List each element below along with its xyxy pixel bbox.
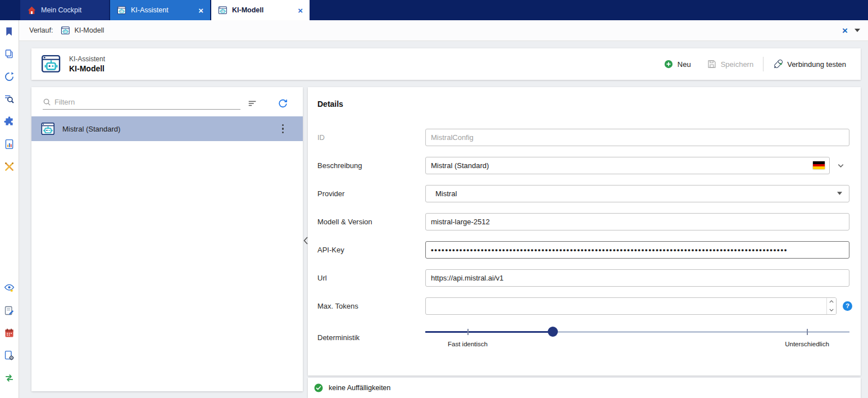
slider-min-label: Fast identisch xyxy=(448,341,488,347)
chevron-down-icon xyxy=(837,161,845,170)
model-list-panel: Mistral (Standard) xyxy=(31,87,303,391)
modell-version-field[interactable] xyxy=(425,213,849,230)
ki-assistent-icon xyxy=(40,121,56,137)
form-row-beschreibung: Beschreibung xyxy=(317,151,849,179)
max-tokens-field[interactable] xyxy=(425,297,837,315)
home-icon xyxy=(27,6,37,15)
spinner-down-icon[interactable] xyxy=(827,306,836,314)
form-row-modell-version: Modell & Version xyxy=(317,207,849,236)
history-icon[interactable] xyxy=(3,70,16,83)
tab-bar: Mein Cockpit KI-Assistent × KI-Modell × xyxy=(0,0,868,20)
determinism-slider[interactable] xyxy=(425,326,849,337)
new-button[interactable]: Neu xyxy=(664,59,691,69)
list-item-mistral-standard[interactable]: Mistral (Standard) xyxy=(31,116,303,141)
deterministik-label: Deterministik xyxy=(317,333,425,342)
test-connection-button[interactable]: Verbindung testen xyxy=(773,59,846,69)
language-expand-button[interactable] xyxy=(837,161,845,170)
notes-icon[interactable] xyxy=(3,304,16,316)
ki-assistent-icon xyxy=(61,26,70,35)
list-item-label: Mistral (Standard) xyxy=(62,125,120,133)
application-window: Mein Cockpit KI-Assistent × KI-Modell × … xyxy=(0,0,868,398)
item-menu-kebab-icon[interactable] xyxy=(280,122,287,136)
id-label: ID xyxy=(317,133,425,142)
ki-assistent-icon xyxy=(117,6,126,15)
help-icon[interactable]: ? xyxy=(843,301,852,311)
spinner-up-icon[interactable] xyxy=(827,298,836,306)
max-tokens-label: Max. Tokens xyxy=(317,302,425,310)
ki-assistent-icon xyxy=(218,6,228,15)
icon-sidebar xyxy=(0,20,19,398)
determinism-slider-thumb[interactable] xyxy=(548,327,558,337)
history-label: Verlauf: xyxy=(29,26,53,34)
copy-pages-icon[interactable] xyxy=(3,48,16,60)
success-check-icon xyxy=(313,383,324,393)
report-icon[interactable] xyxy=(3,138,16,150)
ki-assistent-icon xyxy=(40,53,62,75)
breadcrumb: KI-Assistent xyxy=(69,55,105,63)
url-label: Url xyxy=(317,274,425,282)
modell-version-label: Modell & Version xyxy=(317,218,425,226)
plugin-icon[interactable] xyxy=(3,115,16,128)
plug-test-icon xyxy=(773,59,783,69)
sort-icon xyxy=(247,98,257,108)
tab-label: KI-Modell xyxy=(232,6,263,14)
beschreibung-label: Beschreibung xyxy=(317,161,425,170)
tab-mein-cockpit[interactable]: Mein Cockpit xyxy=(20,0,109,20)
calendar-icon[interactable] xyxy=(3,327,16,339)
number-spinner xyxy=(826,298,836,314)
provider-label: Provider xyxy=(317,189,425,198)
filter-input[interactable] xyxy=(54,98,240,106)
page-header: KI-Assistent KI-Modell Neu Speichern Ver… xyxy=(31,48,861,80)
search-icon xyxy=(43,98,51,106)
history-item-ki-modell[interactable]: KI-Modell xyxy=(61,26,104,35)
tab-ki-modell[interactable]: KI-Modell × xyxy=(211,0,310,20)
beschreibung-field[interactable] xyxy=(425,157,830,174)
watchlist-icon[interactable] xyxy=(3,282,16,294)
api-key-field[interactable] xyxy=(425,241,849,259)
sync-icon[interactable] xyxy=(3,372,16,384)
id-field[interactable] xyxy=(425,129,849,146)
form-row-provider: Provider Mistral xyxy=(317,179,849,207)
chevron-down-icon[interactable] xyxy=(855,29,860,32)
history-bar: Verlauf: KI-Modell × xyxy=(19,20,868,41)
provider-select[interactable]: Mistral xyxy=(425,185,849,202)
form-row-id: ID xyxy=(317,123,849,151)
api-key-label: API-Key xyxy=(317,246,425,254)
sort-button[interactable] xyxy=(247,98,257,108)
refresh-icon xyxy=(278,98,288,109)
tab-label: Mein Cockpit xyxy=(41,6,81,14)
divider xyxy=(763,57,764,71)
close-icon[interactable]: × xyxy=(842,26,848,35)
determinism-tick-min xyxy=(467,329,469,335)
form-row-max-tokens: Max. Tokens ? xyxy=(317,292,849,320)
details-panel: Details ID Beschreibung xyxy=(308,87,861,376)
tab-ki-assistent[interactable]: KI-Assistent × xyxy=(110,0,210,20)
url-field[interactable] xyxy=(425,269,849,287)
save-button[interactable]: Speichern xyxy=(707,59,754,69)
filter-row xyxy=(31,87,303,112)
form-row-url: Url xyxy=(317,264,849,292)
chevron-left-icon xyxy=(303,237,308,245)
tab-label: KI-Assistent xyxy=(131,6,169,14)
close-icon[interactable]: × xyxy=(198,6,203,15)
history-item-label: KI-Modell xyxy=(74,26,104,34)
german-flag-icon xyxy=(813,161,825,169)
bookmark-icon[interactable] xyxy=(3,25,16,38)
determinism-tick-max xyxy=(807,329,808,335)
document-settings-icon[interactable] xyxy=(3,349,16,361)
refresh-button[interactable] xyxy=(278,98,288,109)
plus-circle-icon xyxy=(664,59,674,69)
filter-box xyxy=(43,98,240,110)
save-icon xyxy=(707,59,717,69)
tools-icon[interactable] xyxy=(3,160,16,173)
close-icon[interactable]: × xyxy=(298,6,303,15)
search-data-icon[interactable] xyxy=(3,93,16,105)
form-row-deterministik: Deterministik Fast identisch Unterschied… xyxy=(317,320,849,355)
provider-value: Mistral xyxy=(435,189,457,198)
status-text: keine Auffälligkeiten xyxy=(329,384,390,392)
dropdown-arrow-icon xyxy=(837,192,842,195)
form-row-api-key: API-Key xyxy=(317,236,849,264)
determinism-slider-fill xyxy=(425,331,553,333)
details-title: Details xyxy=(317,100,849,108)
slider-max-label: Unterschiedlich xyxy=(785,341,829,347)
